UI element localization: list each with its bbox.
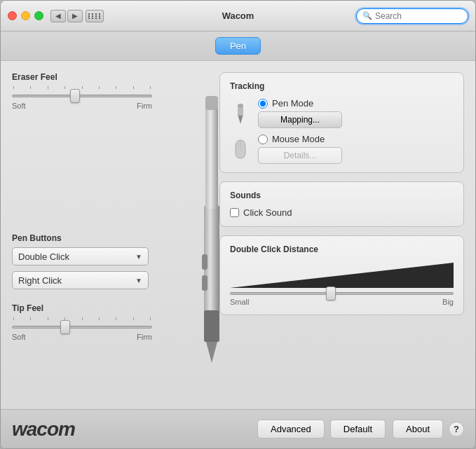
- double-click-arrow-icon: ▼: [135, 253, 142, 261]
- tip-firm-label: Firm: [137, 333, 152, 341]
- sounds-section: Sounds Click Sound: [219, 181, 464, 227]
- about-button[interactable]: About: [393, 420, 443, 438]
- tracking-section: Tracking: [219, 72, 464, 173]
- dcd-big-label: Big: [442, 298, 454, 306]
- nav-buttons: ◀ ▶: [50, 10, 83, 22]
- dcd-thumb[interactable]: [326, 286, 336, 301]
- eraser-feel-labels: Soft Firm: [12, 102, 152, 110]
- right-click-arrow-icon: ▼: [135, 277, 142, 284]
- grid-icon: [88, 13, 102, 19]
- wacom-logo: wacom: [12, 418, 75, 441]
- eraser-feel-section: Eraser Feel Soft Firm: [12, 72, 208, 110]
- svg-rect-5: [202, 254, 208, 270]
- bottom-right: About ?: [393, 420, 464, 438]
- eraser-feel-label: Eraser Feel: [12, 72, 208, 82]
- click-sound-label[interactable]: Click Sound: [230, 207, 454, 218]
- tracking-modes: Pen Mode Mapping...: [230, 98, 454, 164]
- maximize-button[interactable]: [34, 11, 43, 20]
- svg-rect-4: [205, 96, 218, 110]
- dcd-small-label: Small: [230, 298, 250, 306]
- pen-mode-label: Pen Mode: [272, 98, 313, 109]
- mouse-mode-content: Mouse Mode Details...: [258, 134, 342, 164]
- forward-button[interactable]: ▶: [67, 10, 83, 22]
- dcd-section: Double Click Distance: [219, 235, 464, 315]
- tab-bar: Pen: [1, 32, 475, 61]
- main-window: ◀ ▶ Wacom 🔍 Pen Eraser Feel: [0, 0, 476, 449]
- eraser-ticks: [12, 86, 152, 89]
- right-click-value: Right Click: [18, 275, 62, 286]
- tip-feel-thumb[interactable]: [60, 320, 70, 334]
- tip-feel-labels: Soft Firm: [12, 333, 152, 341]
- mouse-mode-label: Mouse Mode: [272, 134, 325, 144]
- titlebar: ◀ ▶ Wacom 🔍: [1, 1, 475, 32]
- tip-feel-slider-wrap: Soft Firm: [12, 317, 208, 341]
- search-input[interactable]: [375, 11, 462, 21]
- svg-marker-12: [230, 263, 454, 288]
- svg-point-10: [238, 104, 243, 108]
- tab-pen[interactable]: Pen: [215, 37, 261, 55]
- search-icon: 🔍: [362, 11, 372, 20]
- left-panel: Eraser Feel Soft Firm: [12, 72, 208, 398]
- help-button[interactable]: ?: [449, 422, 464, 437]
- tip-feel-section: Tip Feel Soft Firm: [12, 303, 208, 341]
- eraser-feel-track[interactable]: [12, 95, 152, 97]
- dcd-title: Double Click Distance: [230, 244, 454, 254]
- bottom-bar: wacom Advanced Default About ?: [1, 409, 475, 448]
- eraser-soft-label: Soft: [12, 102, 26, 110]
- minimize-button[interactable]: [21, 11, 30, 20]
- mouse-mode-radio[interactable]: [258, 134, 268, 144]
- pen-mode-radio[interactable]: [258, 99, 268, 109]
- main-content: Eraser Feel Soft Firm: [1, 61, 475, 409]
- dcd-labels: Small Big: [230, 298, 454, 306]
- dcd-slider-area: Small Big: [230, 261, 454, 306]
- mouse-mode-row: Mouse Mode Details...: [230, 134, 454, 164]
- svg-marker-0: [206, 342, 217, 363]
- traffic-lights: [8, 11, 43, 20]
- advanced-button[interactable]: Advanced: [257, 420, 325, 438]
- pen-illustration: [194, 65, 236, 373]
- window-title: Wacom: [222, 11, 254, 21]
- search-box[interactable]: 🔍: [356, 8, 468, 24]
- tip-feel-label: Tip Feel: [12, 303, 208, 313]
- default-button[interactable]: Default: [330, 420, 386, 438]
- grid-button[interactable]: [86, 10, 104, 22]
- pen-buttons-section: Pen Buttons Double Click ▼ Right Click ▼: [12, 233, 208, 295]
- tip-feel-track[interactable]: [12, 326, 152, 329]
- details-button[interactable]: Details...: [258, 147, 342, 164]
- click-sound-text: Click Sound: [243, 207, 292, 218]
- dcd-track[interactable]: [230, 292, 454, 295]
- double-click-dropdown[interactable]: Double Click ▼: [12, 247, 149, 265]
- pen-mode-row: Pen Mode Mapping...: [230, 98, 454, 128]
- double-click-value: Double Click: [18, 251, 69, 262]
- sounds-title: Sounds: [230, 191, 454, 200]
- eraser-feel-slider-wrap: Soft Firm: [12, 86, 208, 110]
- pen-mode-radio-label[interactable]: Pen Mode: [258, 98, 342, 109]
- pen-mode-content: Pen Mode Mapping...: [258, 98, 342, 128]
- svg-marker-8: [238, 114, 243, 124]
- svg-rect-2: [205, 100, 218, 209]
- dcd-triangle: [230, 261, 454, 289]
- eraser-firm-label: Firm: [137, 102, 152, 110]
- action-buttons: Advanced Default: [257, 420, 386, 438]
- pen-svg: [194, 65, 229, 373]
- close-button[interactable]: [8, 11, 17, 20]
- right-click-dropdown[interactable]: Right Click ▼: [12, 271, 149, 289]
- svg-rect-6: [202, 275, 208, 291]
- eraser-feel-thumb[interactable]: [70, 89, 80, 103]
- mouse-mode-radio-label[interactable]: Mouse Mode: [258, 134, 342, 144]
- svg-rect-7: [204, 310, 219, 342]
- back-button[interactable]: ◀: [50, 10, 66, 22]
- tracking-title: Tracking: [230, 81, 454, 91]
- pen-buttons-label: Pen Buttons: [12, 233, 208, 243]
- mapping-button[interactable]: Mapping...: [258, 111, 342, 128]
- tip-ticks: [12, 317, 152, 320]
- right-panel: Tracking: [219, 72, 464, 398]
- tip-soft-label: Soft: [12, 333, 26, 341]
